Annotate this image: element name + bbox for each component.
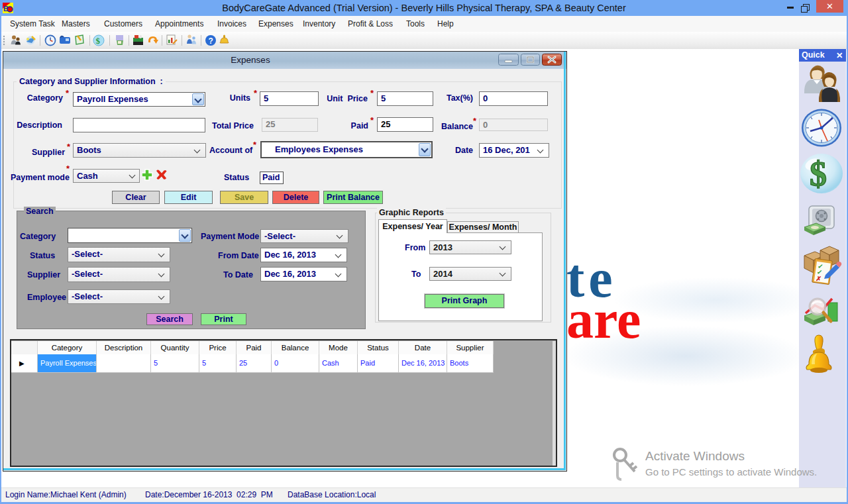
svg-text:✗: ✗ [816, 275, 822, 283]
svg-text:$: $ [96, 36, 101, 46]
svg-text:?: ? [209, 36, 213, 46]
svg-text:$: $ [810, 155, 827, 193]
